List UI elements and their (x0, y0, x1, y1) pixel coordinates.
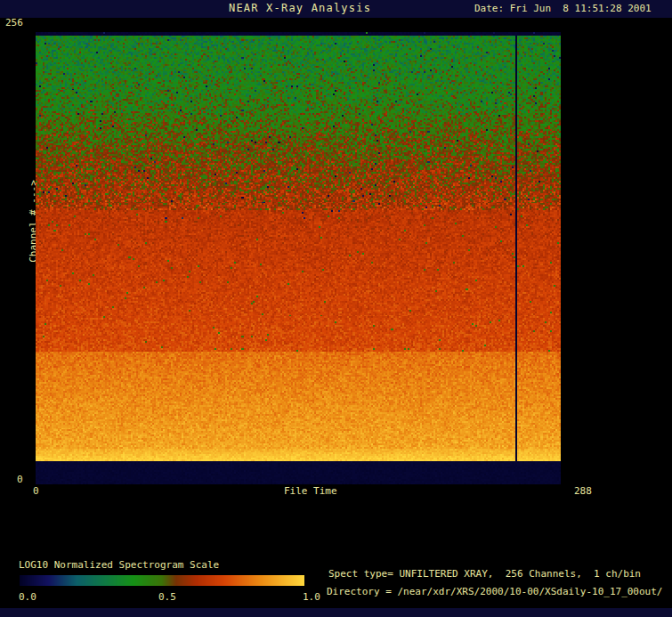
y-axis-tick-256: 256 (5, 17, 23, 28)
window-bottom-strip (0, 608, 672, 617)
colorbar-tick-0.5: 0.5 (158, 591, 176, 603)
colorbar-tick-0.0: 0.0 (19, 591, 36, 603)
spectrogram-image (36, 32, 561, 484)
x-axis-tick-288: 288 (574, 485, 592, 497)
page-title: NEAR X-Ray Analysis (229, 3, 371, 14)
colorbar-gradient (20, 575, 304, 586)
x-axis-label: File Time (284, 485, 337, 497)
directory-line: Directory = /near/xdr/XRS/2000/10-00/XSd… (327, 586, 663, 597)
near-xray-window: NEAR X-Ray Analysis Date: Fri Jun 8 11:5… (0, 0, 672, 617)
spect-type-line: Spect type= UNFILTERED XRAY, 256 Channel… (328, 568, 641, 580)
colorbar-tick-1.0: 1.0 (303, 591, 320, 603)
y-axis-tick-0: 0 (17, 474, 23, 485)
x-axis-tick-0: 0 (33, 485, 39, 497)
datetime-label: Date: Fri Jun 8 11:51:28 2001 (474, 3, 652, 14)
colorbar-title: LOG10 Normalized Spectrogram Scale (19, 559, 219, 571)
